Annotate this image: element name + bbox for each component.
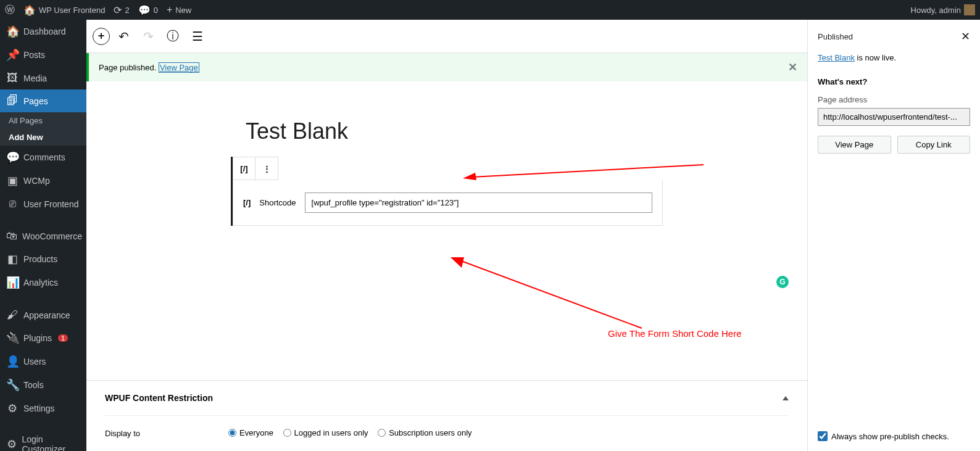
menu-tools[interactable]: 🔧Tools <box>0 373 86 397</box>
submenu-all-pages[interactable]: All Pages <box>0 112 86 129</box>
notice-text: Page published. <box>99 63 156 72</box>
plugins-badge: 1 <box>58 334 68 342</box>
customizer-icon: ⚙ <box>6 437 17 451</box>
menu-appearance[interactable]: 🖌Appearance <box>0 304 86 326</box>
svg-marker-3 <box>451 257 464 268</box>
comment-icon: 💬 <box>138 4 151 16</box>
menu-woocommerce[interactable]: 🛍WooCommerce <box>0 225 86 247</box>
live-page-link[interactable]: Test Blank <box>818 53 855 62</box>
whats-next-heading: What's next? <box>818 77 867 86</box>
page-title[interactable]: Test Blank <box>237 118 657 144</box>
grammarly-icon[interactable]: G <box>776 276 789 288</box>
menu-posts[interactable]: 📌Posts <box>0 43 86 67</box>
add-block-button[interactable]: + <box>93 28 110 45</box>
page-address-input[interactable]: http://localhost/wpuserfrontend/test-... <box>818 108 970 126</box>
appearance-icon: 🖌 <box>6 308 19 321</box>
plus-icon: + <box>167 4 172 15</box>
publish-notice: Page published. View Page ✕ <box>86 53 807 81</box>
shortcode-icon: [/] <box>243 198 251 207</box>
updates-link[interactable]: ⟳2 <box>114 4 129 16</box>
admin-sidebar: 🏠Dashboard 📌Posts 🖾Media 🗐Pages All Page… <box>0 20 86 451</box>
wpuf-metabox: WPUF Content Restriction Display to Ever… <box>86 380 807 451</box>
products-icon: ◧ <box>6 252 19 266</box>
menu-users[interactable]: 👤Users <box>0 350 86 373</box>
menu-user-frontend[interactable]: ⎚User Frontend <box>0 192 86 215</box>
menu-analytics[interactable]: 📊Analytics <box>0 271 86 294</box>
admin-bar: ⓦ 🏠WP User Frontend ⟳2 💬0 +New Howdy, ad… <box>0 0 980 20</box>
page-address-label: Page address <box>818 95 970 104</box>
menu-wcmp[interactable]: ▣WCMp <box>0 169 86 192</box>
submenu-add-new[interactable]: Add New <box>0 129 86 146</box>
tools-icon: 🔧 <box>6 378 19 392</box>
home-icon: 🏠 <box>23 4 36 16</box>
comment-icon: 💬 <box>6 151 19 164</box>
menu-plugins[interactable]: 🔌Plugins1 <box>0 326 86 350</box>
panel-live-text: Test Blank is now live. <box>818 53 970 62</box>
plugins-icon: 🔌 <box>6 331 19 345</box>
annotation-text: Give The Form Short Code Here <box>608 328 741 339</box>
prepublish-label: Always show pre-publish checks. <box>831 432 949 441</box>
site-link[interactable]: 🏠WP User Frontend <box>23 4 105 16</box>
svg-line-2 <box>460 260 642 328</box>
wordpress-icon: ⓦ <box>5 4 15 17</box>
copy-link-button[interactable]: Copy Link <box>897 136 971 154</box>
menu-login-customizer[interactable]: ⚙Login Customizer <box>0 429 86 451</box>
view-page-link[interactable]: View Page <box>159 62 199 73</box>
update-icon: ⟳ <box>114 4 122 16</box>
prepublish-checkbox[interactable] <box>818 431 828 441</box>
users-icon: 👤 <box>6 355 19 368</box>
menu-media[interactable]: 🖾Media <box>0 67 86 89</box>
metabox-toggle[interactable] <box>783 396 789 400</box>
radio-logged-in[interactable]: Logged in users only <box>283 428 368 437</box>
page-icon: 🗐 <box>6 94 19 107</box>
annotation-arrow-2 <box>451 254 648 334</box>
shortcode-block[interactable]: [/] ⋮ [/] Shortcode <box>231 157 663 226</box>
pin-icon: 📌 <box>6 48 19 62</box>
menu-products[interactable]: ◧Products <box>0 247 86 271</box>
editor-toolbar: + ↶ ↷ ⓘ ☰ <box>86 20 807 53</box>
media-icon: 🖾 <box>6 72 19 85</box>
redo-button[interactable]: ↷ <box>137 25 159 48</box>
wp-logo[interactable]: ⓦ <box>5 4 15 17</box>
settings-icon: ⚙ <box>6 402 19 415</box>
panel-status: Published <box>818 32 853 41</box>
dismiss-notice-button[interactable]: ✕ <box>788 60 797 74</box>
menu-dashboard[interactable]: 🏠Dashboard <box>0 20 86 43</box>
view-page-button[interactable]: View Page <box>818 136 891 154</box>
comments-link[interactable]: 💬0 <box>138 4 158 16</box>
dashboard-icon: 🏠 <box>6 25 19 38</box>
radio-subscription[interactable]: Subscription users only <box>378 428 471 437</box>
info-button[interactable]: ⓘ <box>162 25 184 48</box>
block-type-button[interactable]: [/] <box>233 157 255 180</box>
shortcode-label: Shortcode <box>259 198 296 207</box>
new-link[interactable]: +New <box>167 4 191 15</box>
analytics-icon: 📊 <box>6 276 19 289</box>
menu-settings[interactable]: ⚙Settings <box>0 397 86 420</box>
radio-everyone[interactable]: Everyone <box>228 428 273 437</box>
wcmp-icon: ▣ <box>6 174 19 188</box>
frontend-icon: ⎚ <box>6 197 19 210</box>
block-more-button[interactable]: ⋮ <box>255 157 278 180</box>
menu-pages[interactable]: 🗐Pages <box>0 89 86 112</box>
menu-comments[interactable]: 💬Comments <box>0 146 86 169</box>
block-toolbar: [/] ⋮ <box>233 157 278 180</box>
outline-button[interactable]: ☰ <box>186 25 209 48</box>
howdy-link[interactable]: Howdy, admin <box>911 4 975 15</box>
woo-icon: 🛍 <box>6 230 17 242</box>
avatar <box>964 4 975 15</box>
shortcode-input[interactable] <box>305 192 652 213</box>
metabox-title: WPUF Content Restriction <box>105 393 213 403</box>
undo-button[interactable]: ↶ <box>112 25 135 48</box>
close-panel-button[interactable]: ✕ <box>961 30 970 43</box>
display-to-label: Display to <box>105 429 216 438</box>
publish-panel: Published ✕ Test Blank is now live. What… <box>807 20 980 451</box>
